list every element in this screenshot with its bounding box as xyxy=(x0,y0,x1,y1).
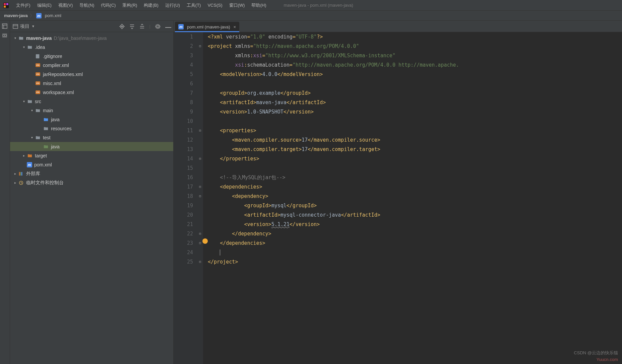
svg-rect-22 xyxy=(21,172,22,175)
tree-test[interactable]: ▾ test xyxy=(10,133,173,142)
svg-rect-21 xyxy=(20,172,21,175)
svg-rect-1 xyxy=(4,3,6,5)
menu-edit[interactable]: 编辑(E) xyxy=(35,1,54,10)
tree-root[interactable]: ▾ maven-java D:\java_base\maven-java xyxy=(10,33,173,43)
menu-code[interactable]: 代码(C) xyxy=(98,1,118,10)
folder-icon xyxy=(35,108,41,113)
tree-scratches[interactable]: ▸ 临时文件和控制台 xyxy=(10,178,173,187)
main-content: 项目 ▼ | — ▾ maven-java D:\java_base\maven… xyxy=(0,21,622,364)
xml-file-icon: <> xyxy=(35,72,41,77)
menu-view[interactable]: 视图(V) xyxy=(56,1,75,10)
menu-help[interactable]: 帮助(H) xyxy=(249,1,269,10)
structure-tool-icon[interactable] xyxy=(2,33,8,39)
tree-compiler-xml[interactable]: <> compiler.xml xyxy=(10,61,173,70)
svg-rect-4 xyxy=(2,24,7,28)
locate-icon[interactable] xyxy=(119,24,125,29)
collapse-all-icon[interactable] xyxy=(139,24,145,29)
folder-icon xyxy=(27,45,33,50)
svg-rect-20 xyxy=(19,172,20,175)
tree-main-resources[interactable]: resources xyxy=(10,124,173,133)
tree-main-java[interactable]: java xyxy=(10,115,173,124)
site-watermark: Yuucn.com xyxy=(597,357,618,362)
library-icon xyxy=(18,171,24,176)
breadcrumb-project[interactable]: maven-java xyxy=(4,13,28,18)
tree-gitignore[interactable]: .gitignore xyxy=(10,52,173,61)
tool-window-stripe xyxy=(0,21,10,364)
xml-file-icon: <> xyxy=(35,81,41,86)
maven-file-icon: m xyxy=(27,162,32,167)
svg-rect-7 xyxy=(13,24,18,28)
module-icon xyxy=(18,35,24,41)
csdn-watermark: CSDN @云边的快乐猫 xyxy=(574,350,618,356)
chevron-down-icon[interactable]: ▼ xyxy=(32,24,35,28)
gitignore-icon xyxy=(35,54,41,59)
editor-area: m pom.xml (maven-java) × 123456789101112… xyxy=(174,21,622,364)
project-sidebar: 项目 ▼ | — ▾ maven-java D:\java_base\maven… xyxy=(10,21,174,364)
sidebar-title[interactable]: 项目 xyxy=(20,23,29,29)
maven-file-icon: m xyxy=(36,13,42,18)
tree-workspace-xml[interactable]: <> workspace.xml xyxy=(10,88,173,97)
menu-file[interactable]: 文件(F) xyxy=(13,1,33,10)
xml-file-icon: <> xyxy=(35,63,41,68)
window-title: maven-java - pom.xml (maven-java) xyxy=(284,3,353,8)
source-folder-icon xyxy=(43,117,49,122)
breadcrumb-file[interactable]: pom.xml xyxy=(45,13,61,18)
chevron-right-icon: 〉 xyxy=(30,13,34,19)
tree-idea[interactable]: ▾ .idea xyxy=(10,43,173,52)
tab-label: pom.xml (maven-java) xyxy=(187,24,230,29)
editor-tab-pom[interactable]: m pom.xml (maven-java) × xyxy=(175,22,239,32)
maven-file-icon: m xyxy=(178,24,184,29)
hide-icon[interactable]: — xyxy=(165,24,171,29)
menu-run[interactable]: 运行(U) xyxy=(163,1,183,10)
project-tool-icon[interactable] xyxy=(2,23,8,29)
project-view-icon[interactable] xyxy=(13,24,18,29)
resource-folder-icon xyxy=(43,126,49,131)
menubar: 文件(F) 编辑(E) 视图(V) 导航(N) 代码(C) 重构(R) 构建(B… xyxy=(0,0,622,11)
tree-pom[interactable]: m pom.xml xyxy=(10,160,173,169)
svg-rect-3 xyxy=(4,5,6,7)
line-number-gutter: 1234567891011121314151617181920212223242… xyxy=(174,32,197,364)
tree-external-libs[interactable]: ▸ 外部库 xyxy=(10,169,173,178)
menu-navigate[interactable]: 导航(N) xyxy=(77,1,97,10)
breadcrumb: maven-java 〉 m pom.xml xyxy=(0,11,622,21)
fold-gutter[interactable]: ⊟⊟⊟⊟⊟⊟⊟⊟ xyxy=(197,32,203,364)
code-content[interactable]: <?xml version="1.0" encoding="UTF-8"?><p… xyxy=(203,32,622,364)
menu-tools[interactable]: 工具(T) xyxy=(184,1,204,10)
menu-window[interactable]: 窗口(W) xyxy=(227,1,248,10)
tree-target[interactable]: ▸ target xyxy=(10,151,173,160)
xml-file-icon: <> xyxy=(35,90,41,95)
svg-point-10 xyxy=(121,26,122,27)
folder-icon xyxy=(27,99,33,104)
tree-misc-xml[interactable]: <> misc.xml xyxy=(10,79,173,88)
tree-jarrepos-xml[interactable]: <> jarRepositories.xml xyxy=(10,70,173,79)
folder-icon xyxy=(35,135,41,140)
menu-refactor[interactable]: 重构(R) xyxy=(120,1,140,10)
tree-test-java[interactable]: java xyxy=(10,142,173,151)
app-icon xyxy=(3,2,9,9)
tree-main[interactable]: ▾ main xyxy=(10,106,173,115)
excluded-folder-icon xyxy=(27,153,33,158)
tree-src[interactable]: ▾ src xyxy=(10,97,173,106)
test-folder-icon xyxy=(43,144,49,149)
menu-build[interactable]: 构建(B) xyxy=(141,1,161,10)
scratch-icon xyxy=(18,180,24,186)
gear-icon[interactable] xyxy=(155,24,161,29)
menu-vcs[interactable]: VCS(S) xyxy=(205,1,225,9)
editor-tabs: m pom.xml (maven-java) × xyxy=(174,21,622,32)
expand-all-icon[interactable] xyxy=(129,24,135,29)
intention-bulb-icon[interactable] xyxy=(202,238,208,244)
svg-rect-19 xyxy=(36,54,40,58)
code-editor[interactable]: 1234567891011121314151617181920212223242… xyxy=(174,32,622,364)
svg-rect-2 xyxy=(6,3,8,5)
sidebar-header: 项目 ▼ | — xyxy=(10,21,173,32)
project-tree[interactable]: ▾ maven-java D:\java_base\maven-java ▾ .… xyxy=(10,32,173,364)
close-icon[interactable]: × xyxy=(234,24,236,29)
